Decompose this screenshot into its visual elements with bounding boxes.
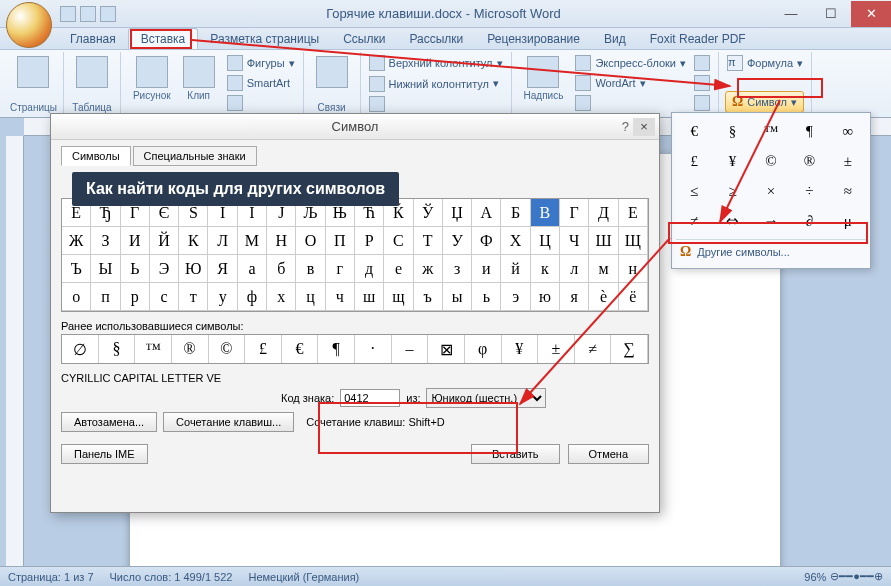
cancel-button[interactable]: Отмена — [568, 444, 649, 464]
recent-symbol-cell[interactable]: ∅ — [62, 335, 99, 363]
dialog-help-button[interactable]: ? — [622, 119, 629, 134]
symbol-cell[interactable]: ю — [531, 283, 560, 311]
symbol-cell[interactable]: ф — [238, 283, 267, 311]
from-select[interactable]: Юникод (шестн.) — [426, 388, 546, 408]
symbol-panel-cell[interactable]: ® — [791, 147, 827, 175]
tab-references[interactable]: Ссылки — [331, 29, 397, 49]
recent-symbols-grid[interactable]: ∅§™®©£€¶·–⊠φ¥±≠∑ — [61, 334, 649, 364]
tab-foxit[interactable]: Foxit Reader PDF — [638, 29, 758, 49]
symbol-cell[interactable]: Ы — [91, 255, 120, 283]
links-button[interactable] — [310, 54, 354, 90]
symbol-cell[interactable]: ч — [326, 283, 355, 311]
symbol-cell[interactable]: Ь — [121, 255, 150, 283]
symbol-cell[interactable]: ё — [619, 283, 648, 311]
sig-button[interactable] — [692, 54, 712, 72]
obj-button[interactable] — [692, 94, 712, 112]
status-zoom[interactable]: 96% ⊖━━●━━⊕ — [804, 570, 883, 583]
symbol-cell[interactable]: Щ — [619, 227, 648, 255]
symbol-cell[interactable]: ы — [443, 283, 472, 311]
shortcut-button[interactable]: Сочетание клавиш... — [163, 412, 294, 432]
symbol-cell[interactable]: е — [384, 255, 413, 283]
insert-button[interactable]: Вставить — [471, 444, 560, 464]
symbol-cell[interactable]: Й — [150, 227, 179, 255]
symbol-cell[interactable]: Ч — [560, 227, 589, 255]
symbol-cell[interactable]: Ц — [531, 227, 560, 255]
vertical-ruler[interactable] — [6, 136, 24, 566]
footer-button[interactable]: Нижний колонтитул ▾ — [367, 75, 501, 93]
qat-undo-icon[interactable] — [80, 6, 96, 22]
symbol-cell[interactable]: ъ — [414, 283, 443, 311]
symbol-cell[interactable]: г — [326, 255, 355, 283]
symbol-cell[interactable]: з — [443, 255, 472, 283]
qat-save-icon[interactable] — [60, 6, 76, 22]
quickparts-button[interactable]: Экспресс-блоки ▾ — [573, 54, 688, 72]
symbol-cell[interactable]: в — [296, 255, 325, 283]
symbol-cell[interactable]: А — [472, 199, 501, 227]
symbol-panel-cell[interactable]: ⇔ — [714, 207, 750, 235]
symbol-cell[interactable]: ж — [414, 255, 443, 283]
symbol-cell[interactable]: м — [589, 255, 618, 283]
tab-mailings[interactable]: Рассылки — [397, 29, 475, 49]
symbol-cell[interactable]: ѐ — [589, 283, 618, 311]
clip-button[interactable]: Клип — [177, 54, 221, 103]
wordart-button[interactable]: WordArt ▾ — [573, 74, 688, 92]
recent-symbol-cell[interactable]: · — [355, 335, 392, 363]
recent-symbol-cell[interactable]: ® — [172, 335, 209, 363]
tab-view[interactable]: Вид — [592, 29, 638, 49]
symbol-cell[interactable]: Ж — [62, 227, 91, 255]
symbol-cell[interactable]: н — [619, 255, 648, 283]
symbol-panel-cell[interactable]: μ — [830, 207, 866, 235]
symbol-panel-cell[interactable]: ÷ — [791, 177, 827, 205]
symbol-cell[interactable]: б — [267, 255, 296, 283]
symbol-cell[interactable]: л — [560, 255, 589, 283]
status-lang[interactable]: Немецкий (Германия) — [248, 571, 359, 583]
symbol-cell[interactable]: Т — [414, 227, 443, 255]
date-button[interactable] — [692, 74, 712, 92]
symbol-panel-cell[interactable]: ¶ — [791, 117, 827, 145]
symbol-cell[interactable]: Н — [267, 227, 296, 255]
symbol-cell[interactable]: Х — [501, 227, 530, 255]
symbol-cell[interactable]: ш — [355, 283, 384, 311]
symbol-cell[interactable]: З — [91, 227, 120, 255]
recent-symbol-cell[interactable]: ⊠ — [428, 335, 465, 363]
more-symbols-item[interactable]: Ω Другие символы... — [676, 239, 866, 264]
table-button[interactable] — [70, 54, 114, 90]
symbol-cell[interactable]: Д — [589, 199, 618, 227]
symbol-cell[interactable]: Б — [501, 199, 530, 227]
status-words[interactable]: Число слов: 1 499/1 522 — [110, 571, 233, 583]
symbol-cell[interactable]: Л — [208, 227, 237, 255]
symbol-cell[interactable]: Ф — [472, 227, 501, 255]
symbol-panel-cell[interactable]: ≈ — [830, 177, 866, 205]
symbol-panel-cell[interactable]: ∂ — [791, 207, 827, 235]
symbol-cell[interactable]: С — [384, 227, 413, 255]
tab-insert[interactable]: Вставка — [128, 28, 199, 49]
recent-symbol-cell[interactable]: ± — [538, 335, 575, 363]
symbol-panel-cell[interactable]: × — [753, 177, 789, 205]
recent-symbol-cell[interactable]: § — [99, 335, 136, 363]
symbol-cell[interactable]: Ъ — [62, 255, 91, 283]
recent-symbol-cell[interactable]: – — [392, 335, 429, 363]
symbol-cell[interactable]: к — [531, 255, 560, 283]
symbol-cell[interactable]: Ў — [414, 199, 443, 227]
status-page[interactable]: Страница: 1 из 7 — [8, 571, 94, 583]
symbol-cell[interactable]: Г — [560, 199, 589, 227]
symbol-cell[interactable]: х — [267, 283, 296, 311]
ime-button[interactable]: Панель IME — [61, 444, 148, 464]
tab-special-chars[interactable]: Специальные знаки — [133, 146, 257, 166]
symbol-cell[interactable]: Р — [355, 227, 384, 255]
symbol-panel-cell[interactable]: § — [714, 117, 750, 145]
symbol-cell[interactable]: ц — [296, 283, 325, 311]
symbol-button[interactable]: ΩСимвол ▾ — [725, 91, 804, 113]
symbol-cell[interactable]: Я — [208, 255, 237, 283]
autocorrect-button[interactable]: Автозамена... — [61, 412, 157, 432]
pages-button[interactable] — [11, 54, 55, 90]
pagenum-button[interactable] — [367, 95, 387, 113]
formula-button[interactable]: πФормула ▾ — [725, 54, 805, 72]
symbol-cell[interactable]: Е — [619, 199, 648, 227]
symbol-cell[interactable]: О — [296, 227, 325, 255]
symbol-cell[interactable]: ь — [472, 283, 501, 311]
code-input[interactable] — [340, 389, 400, 407]
symbol-cell[interactable]: р — [121, 283, 150, 311]
symbol-cell[interactable]: Ю — [179, 255, 208, 283]
recent-symbol-cell[interactable]: ¥ — [502, 335, 539, 363]
